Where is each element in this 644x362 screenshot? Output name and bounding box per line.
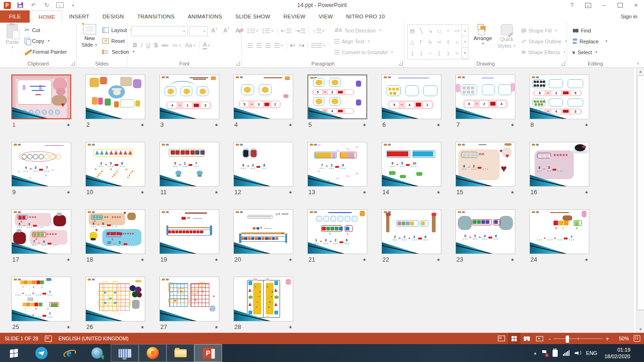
slide-thumbnail-14[interactable]: 5+510 bbox=[381, 142, 441, 187]
animation-star-icon[interactable]: ★ bbox=[140, 325, 144, 329]
animation-star-icon[interactable]: ★ bbox=[66, 257, 70, 262]
start-from-beginning-button[interactable]: ▸ bbox=[56, 1, 64, 9]
shape-glyph[interactable]: Γ bbox=[417, 36, 426, 48]
animation-star-icon[interactable]: ★ bbox=[66, 123, 70, 127]
slide-thumbnail-19[interactable]: 10 bbox=[159, 209, 219, 254]
undo-button[interactable]: ↶ bbox=[29, 1, 38, 9]
copy-button[interactable]: Copy ▼ bbox=[25, 35, 67, 46]
tab-home[interactable]: HOME bbox=[32, 10, 62, 23]
slide-thumbnail-5[interactable]: 5−34−4 bbox=[307, 74, 367, 119]
animation-star-icon[interactable]: ★ bbox=[437, 257, 440, 262]
align-right-button[interactable] bbox=[264, 41, 272, 50]
slide-thumbnail-16[interactable]: ×××××8−5 bbox=[529, 142, 589, 187]
grow-font-button[interactable]: A▲ bbox=[209, 26, 220, 35]
font-color-button[interactable]: A▼ bbox=[201, 41, 213, 50]
animation-star-icon[interactable]: ★ bbox=[363, 123, 366, 127]
slide-thumbnail-1[interactable]: ♥ bbox=[11, 74, 71, 119]
animation-star-icon[interactable]: ★ bbox=[511, 123, 514, 127]
shape-glyph[interactable]: ☆ bbox=[453, 48, 462, 59]
ltr-direction-button[interactable]: ▶¶ bbox=[289, 41, 297, 50]
shape-glyph[interactable]: ○ bbox=[444, 25, 453, 36]
shapes-gallery-scroll-button[interactable]: ▾ bbox=[462, 36, 468, 48]
tab-insert[interactable]: INSERT bbox=[62, 10, 96, 23]
slide-thumbnail-15[interactable]: ××6−2♥♥♥ bbox=[455, 142, 515, 187]
collapse-ribbon-button[interactable]: ˄ bbox=[637, 61, 639, 66]
justify-button[interactable]: ▼ bbox=[272, 41, 285, 50]
volume-icon[interactable] bbox=[575, 351, 581, 356]
slide-thumbnail-11[interactable]: 5+27 bbox=[159, 142, 219, 187]
tab-animations[interactable]: ANIMATIONS bbox=[181, 10, 229, 23]
slide-thumbnail-12[interactable]: 6+28 bbox=[233, 142, 293, 187]
animation-star-icon[interactable]: ★ bbox=[585, 257, 588, 262]
animation-star-icon[interactable]: ★ bbox=[66, 325, 70, 329]
slide-thumbnail-7[interactable]: 6−24 bbox=[455, 74, 515, 119]
input-language-indicator[interactable]: ENG bbox=[586, 350, 597, 356]
customize-qat-button[interactable]: ▾ bbox=[69, 1, 77, 9]
shape-effects-button[interactable]: Shape Effects ▼ bbox=[521, 47, 568, 58]
animation-star-icon[interactable]: ★ bbox=[215, 190, 218, 195]
save-button[interactable] bbox=[16, 1, 25, 9]
zoom-in-button[interactable]: + bbox=[603, 335, 612, 342]
animation-star-icon[interactable]: ★ bbox=[363, 190, 366, 195]
spell-check-icon[interactable] bbox=[45, 336, 52, 342]
decrease-indent-button[interactable]: ⇤ bbox=[279, 26, 293, 35]
clipboard-dialog-launcher[interactable] bbox=[71, 61, 75, 66]
shapes-gallery-scroll-button[interactable]: ▴ bbox=[462, 25, 468, 36]
shape-glyph[interactable]: { bbox=[435, 48, 444, 59]
font-name-combobox[interactable]: ▼ bbox=[131, 26, 188, 36]
animation-star-icon[interactable]: ★ bbox=[289, 123, 292, 127]
shape-glyph[interactable]: ↘ bbox=[426, 25, 435, 36]
scrollbar-thumb[interactable] bbox=[637, 75, 644, 310]
align-left-button[interactable] bbox=[246, 41, 255, 50]
cut-button[interactable]: ✂ Cut bbox=[25, 25, 67, 35]
numbering-button[interactable]: ▼ bbox=[261, 26, 276, 35]
italic-button[interactable]: I bbox=[139, 41, 144, 50]
zoom-out-button[interactable]: - bbox=[546, 335, 553, 342]
shape-glyph[interactable]: □ bbox=[435, 25, 444, 36]
repeat-button[interactable]: ↻ bbox=[42, 1, 51, 9]
replace-button[interactable]: abac Replace ▼ bbox=[573, 36, 608, 47]
slide-thumbnail-25[interactable]: 421++7353++7 bbox=[11, 277, 71, 321]
action-center-icon[interactable] bbox=[542, 350, 547, 356]
shape-fill-button[interactable]: Shape Fill ▼ bbox=[521, 25, 568, 36]
bullets-button[interactable]: ▼ bbox=[246, 26, 261, 35]
shape-glyph[interactable]: ╲ bbox=[417, 25, 426, 36]
shape-glyph[interactable]: ⇩ bbox=[444, 36, 453, 48]
shapes-gallery-scroll[interactable]: ▴▾▼ bbox=[462, 25, 468, 59]
normal-view-button[interactable] bbox=[495, 333, 508, 344]
network-signal-icon[interactable] bbox=[563, 350, 570, 356]
reading-view-button[interactable] bbox=[520, 333, 533, 344]
close-button[interactable]: × bbox=[628, 0, 644, 10]
increase-indent-button[interactable]: ⇥ bbox=[293, 26, 307, 35]
animation-star-icon[interactable]: ★ bbox=[511, 257, 514, 262]
rtl-direction-button[interactable]: ¶◀ bbox=[297, 41, 305, 50]
vertical-scrollbar[interactable]: ▲ ▼ bbox=[636, 68, 644, 333]
animation-star-icon[interactable]: ★ bbox=[511, 190, 514, 195]
shape-glyph[interactable]: ~ bbox=[426, 48, 435, 59]
shapes-gallery-scroll-button[interactable]: ▼ bbox=[462, 48, 468, 59]
taskbar-telegram-button[interactable] bbox=[27, 344, 55, 362]
animation-star-icon[interactable]: ★ bbox=[140, 190, 144, 195]
taskbar-firefox-button[interactable] bbox=[139, 344, 166, 362]
text-direction-button[interactable]: ⇵A Text Direction ▼ bbox=[334, 25, 394, 36]
slide-thumbnail-4[interactable]: 5−32 bbox=[233, 74, 293, 119]
shape-glyph[interactable]: ( bbox=[417, 48, 426, 59]
zoom-slider-thumb[interactable] bbox=[566, 336, 569, 343]
slide-thumbnail-20[interactable]: 58 bbox=[233, 209, 293, 254]
font-dialog-launcher[interactable] bbox=[236, 61, 240, 66]
tab-view[interactable]: VIEW bbox=[312, 10, 339, 23]
text-shadow-button[interactable]: S bbox=[152, 41, 160, 50]
animation-star-icon[interactable]: ★ bbox=[585, 123, 588, 127]
slide-thumbnail-27[interactable] bbox=[159, 277, 219, 321]
start-button[interactable] bbox=[0, 344, 27, 362]
power-icon[interactable] bbox=[553, 350, 558, 357]
animation-star-icon[interactable]: ★ bbox=[140, 123, 144, 127]
sign-in-link[interactable]: Sign in bbox=[621, 10, 644, 23]
animation-star-icon[interactable]: ★ bbox=[140, 257, 144, 262]
slide-thumbnail-3[interactable]: 4−13 bbox=[159, 74, 219, 119]
language-indicator[interactable]: ENGLISH (UNITED KINGDOM) bbox=[58, 336, 128, 341]
slide-thumbnail-13[interactable]: 7+29 bbox=[307, 142, 367, 187]
shape-glyph[interactable]: ʃ bbox=[408, 48, 417, 59]
tab-design[interactable]: DESIGN bbox=[96, 10, 131, 23]
animation-star-icon[interactable]: ★ bbox=[363, 257, 366, 262]
